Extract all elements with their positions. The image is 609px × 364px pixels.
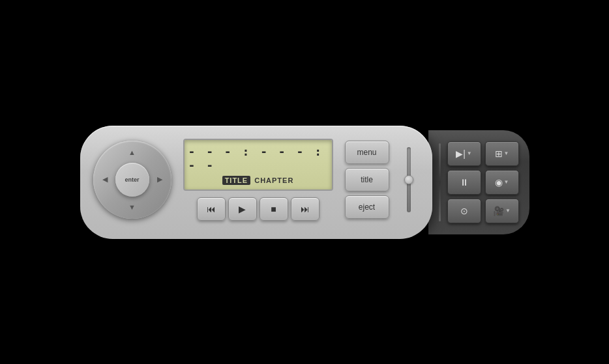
dpad-ring: ▲ ▼ ◀ ▶ enter <box>93 141 171 219</box>
audio-dropdown-icon: ▼ <box>504 179 509 185</box>
eject-button[interactable]: eject <box>345 195 389 219</box>
volume-slider-track <box>407 147 411 212</box>
audio-icon: ◉ <box>495 177 503 188</box>
fast-forward-icon: ⏭ <box>301 204 310 214</box>
audio-button[interactable]: ◉ ▼ <box>485 170 519 195</box>
dpad-left-button[interactable]: ◀ <box>96 171 114 189</box>
pause-button[interactable]: ⏸ <box>447 170 481 195</box>
title-button[interactable]: title <box>345 168 389 191</box>
pause-icon: ⏸ <box>460 177 469 188</box>
dpad-down-button[interactable]: ▼ <box>123 198 141 216</box>
play-button[interactable]: ▶ <box>228 197 257 221</box>
slow-motion-icon: ⊙ <box>460 206 468 216</box>
menu-button[interactable]: menu <box>345 141 389 164</box>
lcd-screen: - - - : - - - : - - TITLE CHAPTER <box>183 139 333 191</box>
chapters-button[interactable]: ⊞ ▼ <box>485 141 519 166</box>
dpad: ▲ ▼ ◀ ▶ enter <box>93 141 171 219</box>
lcd-labels: TITLE CHAPTER <box>222 176 294 185</box>
dark-panel: ▶| ▼ ⊞ ▼ ⏸ ◉ ▼ ⊙ 🎥 ▼ <box>428 130 529 234</box>
stop-button[interactable]: ■ <box>260 197 288 221</box>
stop-icon: ■ <box>271 204 276 214</box>
chapters-dropdown-icon: ▼ <box>504 150 509 156</box>
play-step-icon: ▶| <box>456 148 466 159</box>
dpad-enter-button[interactable]: enter <box>115 163 149 197</box>
slow-motion-button[interactable]: ⊙ <box>447 199 481 223</box>
dpad-up-button[interactable]: ▲ <box>123 143 141 161</box>
lcd-title-label: TITLE <box>222 176 251 185</box>
dpad-right-button[interactable]: ▶ <box>151 171 169 189</box>
fast-forward-button[interactable]: ⏭ <box>291 197 319 221</box>
camera-icon: 🎥 <box>493 206 504 216</box>
enter-label: enter <box>125 176 139 183</box>
play-step-dropdown-icon: ▼ <box>467 150 472 156</box>
panel-divider <box>439 143 441 221</box>
side-controls: menu title eject <box>345 141 389 219</box>
volume-slider-thumb[interactable] <box>404 175 413 184</box>
remote-control: ▲ ▼ ◀ ▶ enter - - - : - - - : - - <box>80 126 529 239</box>
rewind-icon: ⏮ <box>207 204 216 214</box>
play-step-button[interactable]: ▶| ▼ <box>447 141 481 166</box>
play-icon: ▶ <box>239 204 246 214</box>
display-area: - - - : - - - : - - TITLE CHAPTER ⏮ ▶ ■ … <box>183 139 333 221</box>
camera-angle-button[interactable]: 🎥 ▼ <box>485 199 519 223</box>
chapters-icon: ⊞ <box>495 148 503 159</box>
transport-row: ⏮ ▶ ■ ⏭ <box>183 197 333 221</box>
grid-buttons: ▶| ▼ ⊞ ▼ ⏸ ◉ ▼ ⊙ 🎥 ▼ <box>447 141 519 223</box>
lcd-chapter-label: CHAPTER <box>254 176 293 184</box>
camera-dropdown-icon: ▼ <box>505 208 511 214</box>
volume-slider-area <box>401 141 417 219</box>
main-body: ▲ ▼ ◀ ▶ enter - - - : - - - : - - <box>80 126 432 239</box>
lcd-time-display: - - - : - - - : - - <box>188 145 328 172</box>
rewind-button[interactable]: ⏮ <box>197 197 226 221</box>
